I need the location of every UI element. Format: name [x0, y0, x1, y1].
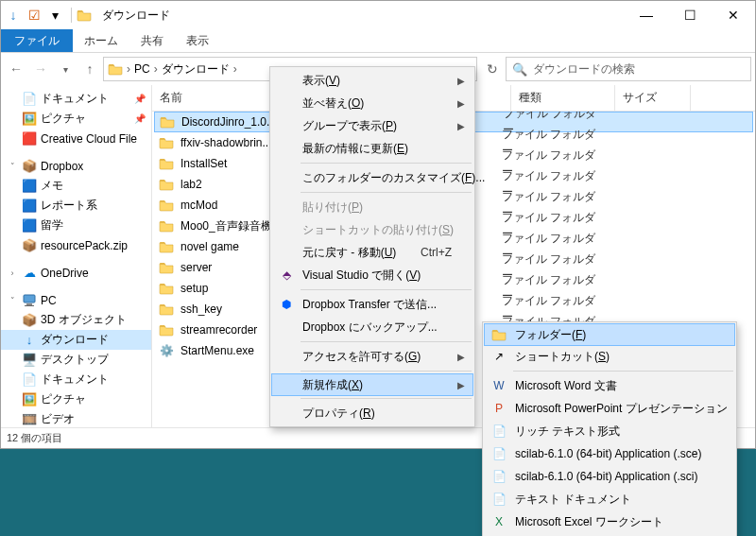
- ctx-dropbox-backup[interactable]: Dropbox にバックアップ...: [272, 316, 472, 338]
- crumb-downloads[interactable]: ダウンロード: [162, 61, 230, 78]
- new-excel[interactable]: XMicrosoft Excel ワークシート: [485, 510, 734, 533]
- folder-icon: [158, 238, 175, 255]
- ctx-sort[interactable]: 並べ替え(O)▶: [272, 92, 472, 114]
- context-menu: 表示(V)▶ 並べ替え(O)▶ グループで表示(P)▶ 最新の情報に更新(E) …: [269, 66, 475, 427]
- nav-3d-objects[interactable]: 📦3D オブジェクト: [1, 310, 151, 330]
- qat-check-icon[interactable]: ☑: [26, 7, 43, 24]
- ctx-new[interactable]: 新規作成(X)▶: [271, 373, 473, 396]
- text-icon: 📄: [490, 491, 507, 508]
- shortcut-icon: ↗: [490, 348, 507, 365]
- forward-button[interactable]: →: [29, 58, 52, 80]
- column-size[interactable]: サイズ: [615, 85, 691, 111]
- up-button[interactable]: ↑: [78, 58, 101, 80]
- ctx-customize[interactable]: このフォルダーのカスタマイズ(F)...: [272, 166, 472, 189]
- folder-icon: [158, 176, 175, 193]
- folder-icon: [158, 155, 175, 172]
- folder-icon: [159, 113, 176, 130]
- search-placeholder: ダウンロードの検索: [533, 61, 635, 78]
- ctx-visual-studio[interactable]: ⬘Visual Studio で開く(V): [272, 264, 472, 286]
- excel-icon: X: [490, 513, 507, 530]
- nav-report[interactable]: 🟦レポート系: [1, 196, 151, 216]
- ctx-group[interactable]: グループで表示(P)▶: [272, 114, 472, 137]
- search-icon: 🔍: [512, 62, 527, 77]
- titlebar: ↓ ☑ ▾ ダウンロード — ☐ ✕: [1, 1, 755, 29]
- qat-menu-icon[interactable]: ▾: [46, 7, 63, 24]
- folder-icon: [158, 197, 175, 214]
- dropbox-icon: ⬢: [278, 296, 295, 313]
- nav-study[interactable]: 🟦留学: [1, 216, 151, 235]
- nav-onedrive[interactable]: ›☁OneDrive: [1, 263, 151, 283]
- nav-downloads[interactable]: ↓ダウンロード: [1, 330, 151, 350]
- recent-button[interactable]: ▾: [54, 58, 77, 80]
- nav-pc[interactable]: ˅PC: [1, 290, 151, 310]
- nav-videos-pc[interactable]: 🎞️ビデオ: [1, 409, 151, 427]
- exe-icon: ⚙️: [158, 342, 175, 359]
- ctx-access[interactable]: アクセスを許可する(G)▶: [272, 345, 472, 368]
- window-folder-icon: [76, 7, 93, 24]
- tab-file[interactable]: ファイル: [1, 29, 73, 52]
- column-type[interactable]: 種類: [511, 85, 615, 111]
- refresh-button[interactable]: ↻: [481, 58, 504, 80]
- window-title: ダウンロード: [102, 8, 170, 24]
- new-powerpoint[interactable]: PMicrosoft PowerPoint プレゼンテーション: [485, 397, 734, 420]
- ctx-view[interactable]: 表示(V)▶: [272, 69, 472, 92]
- new-text[interactable]: 📄テキスト ドキュメント: [485, 488, 734, 510]
- visual-studio-icon: ⬘: [278, 267, 295, 284]
- breadcrumb-folder-icon: [108, 61, 123, 77]
- navigation-pane[interactable]: 📄ドキュメント📌 🖼️ピクチャ📌 🟥Creative Cloud File ˅📦…: [1, 85, 152, 427]
- pin-icon: 📌: [134, 94, 146, 104]
- back-button[interactable]: ←: [5, 58, 27, 80]
- folder-icon: [158, 301, 175, 318]
- minimize-button[interactable]: —: [625, 1, 668, 29]
- ctx-dropbox-transfer[interactable]: ⬢Dropbox Transfer で送信...: [272, 293, 472, 316]
- ctx-properties[interactable]: プロパティ(R): [272, 402, 472, 424]
- folder-icon: [490, 326, 507, 343]
- new-rtf[interactable]: 📄リッチ テキスト形式: [485, 420, 734, 442]
- nav-resourcepack[interactable]: 📦resourcePack.zip: [1, 235, 151, 255]
- folder-icon: [158, 217, 175, 234]
- tab-view[interactable]: 表示: [175, 29, 220, 52]
- ribbon-tabs: ファイル ホーム 共有 表示: [1, 29, 755, 53]
- ctx-undo[interactable]: 元に戻す - 移動(U)Ctrl+Z: [272, 241, 472, 264]
- scilab-icon: 📄: [490, 468, 507, 485]
- ctx-paste-shortcut: ショートカットの貼り付け(S): [272, 218, 472, 241]
- folder-icon: [158, 134, 175, 151]
- nav-dropbox[interactable]: ˅📦Dropbox: [1, 156, 151, 176]
- qat-down-icon[interactable]: ↓: [5, 7, 22, 24]
- rtf-icon: 📄: [490, 423, 507, 440]
- new-scilab-sci[interactable]: 📄scilab-6.1.0 (64-bit) Application (.sci…: [485, 465, 734, 488]
- ctx-refresh[interactable]: 最新の情報に更新(E): [272, 137, 472, 160]
- new-scilab-sce[interactable]: 📄scilab-6.1.0 (64-bit) Application (.sce…: [485, 442, 734, 465]
- nav-creative-cloud[interactable]: 🟥Creative Cloud File: [1, 129, 151, 148]
- new-word[interactable]: WMicrosoft Word 文書: [485, 374, 734, 397]
- word-icon: W: [490, 377, 507, 394]
- crumb-pc[interactable]: PC: [134, 62, 150, 76]
- ctx-paste: 貼り付け(P): [272, 196, 472, 218]
- search-box[interactable]: 🔍 ダウンロードの検索: [506, 57, 751, 81]
- tab-share[interactable]: 共有: [129, 29, 175, 52]
- folder-icon: [158, 259, 175, 276]
- powerpoint-icon: P: [490, 400, 507, 417]
- nav-desktop[interactable]: 🖥️デスクトップ: [1, 350, 151, 370]
- nav-memo[interactable]: 🟦メモ: [1, 176, 151, 196]
- folder-icon: [158, 321, 175, 338]
- maximize-button[interactable]: ☐: [668, 1, 712, 29]
- tab-home[interactable]: ホーム: [73, 29, 129, 52]
- nav-documents-pc[interactable]: 📄ドキュメント: [1, 370, 151, 389]
- pin-icon: 📌: [134, 113, 146, 124]
- new-shortcut[interactable]: ↗ショートカット(S): [485, 345, 734, 368]
- nav-pictures[interactable]: 🖼️ピクチャ📌: [1, 109, 151, 129]
- folder-icon: [158, 280, 175, 297]
- scilab-icon: 📄: [490, 445, 507, 462]
- close-button[interactable]: ✕: [712, 1, 755, 29]
- nav-pictures-pc[interactable]: 🖼️ピクチャ: [1, 389, 151, 409]
- new-folder[interactable]: フォルダー(F): [484, 323, 735, 346]
- context-submenu-new: フォルダー(F) ↗ショートカット(S) WMicrosoft Word 文書 …: [482, 321, 737, 536]
- nav-documents[interactable]: 📄ドキュメント📌: [1, 89, 151, 109]
